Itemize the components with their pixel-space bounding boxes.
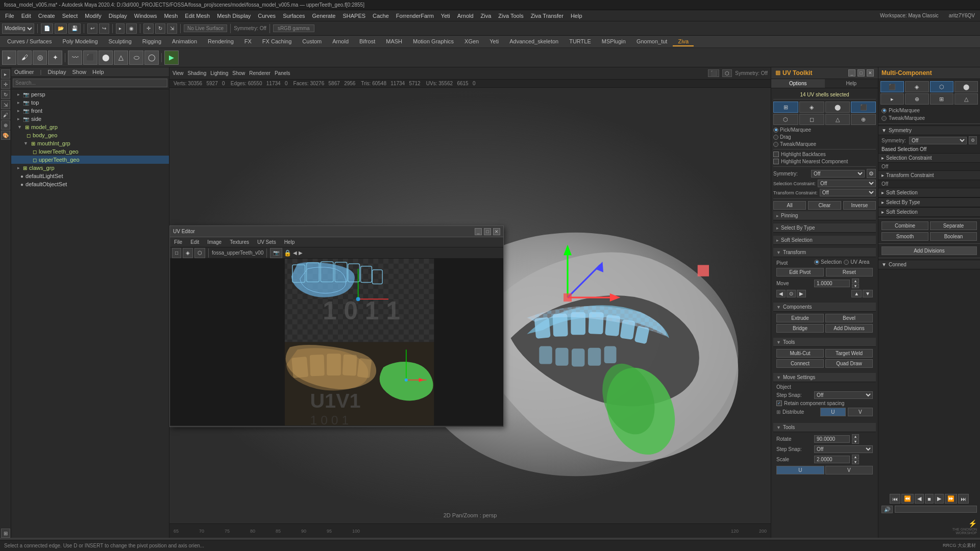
search-input[interactable]: [13, 79, 167, 87]
selection-pivot-radio[interactable]: Selection: [814, 259, 842, 265]
frp-symmetry-select[interactable]: Off: [909, 137, 967, 144]
stop-btn[interactable]: ■: [925, 494, 934, 504]
frp-combine-btn[interactable]: Combine: [881, 221, 928, 230]
menu-curves[interactable]: Curves: [255, 12, 279, 20]
frp-transform-constraint-header[interactable]: ▸ Transform Constraint: [878, 170, 980, 180]
render-icon[interactable]: 🎨: [1, 131, 10, 140]
sel-constraint-select[interactable]: Off: [818, 180, 876, 187]
viewport-icon-wire[interactable]: ⬡: [722, 69, 732, 77]
uv-menu-image[interactable]: Image: [205, 238, 224, 246]
tab-curves-surfaces[interactable]: Curves / Surfaces: [2, 37, 57, 46]
tree-item-model-grp[interactable]: ▼ ⊞ model_grp: [11, 123, 169, 131]
uv-mode3-btn[interactable]: ⬡: [194, 248, 205, 258]
tree-item-upper-teeth[interactable]: ◻ upperTeeth_geo: [11, 156, 169, 164]
menu-ziva-tools[interactable]: Ziva Tools: [495, 12, 526, 20]
select-by-type-header[interactable]: ▸ Select By Type: [773, 223, 876, 233]
menu-mesh[interactable]: Mesh: [161, 12, 181, 20]
move-up-btn[interactable]: ▲: [851, 290, 862, 297]
shelf-icon-sculpt[interactable]: ◎: [33, 51, 47, 65]
tab-poly-modeling[interactable]: Poly Modeling: [57, 37, 103, 46]
select-mode-2-btn[interactable]: ◻: [799, 114, 824, 125]
scale-v-btn[interactable]: V: [825, 466, 873, 474]
frp-conned-header[interactable]: ▼ Conned: [878, 260, 980, 269]
extrude-btn[interactable]: Extrude: [776, 314, 824, 322]
menu-yeti[interactable]: Yeti: [438, 12, 453, 20]
frp-soft-selection-header[interactable]: ▸ Soft Selection: [878, 188, 980, 197]
reset-pivot-btn[interactable]: Reset: [826, 268, 873, 277]
outliner-menu-display[interactable]: Display: [47, 69, 66, 75]
uv-menu-textures[interactable]: Textures: [228, 238, 251, 246]
menu-surfaces[interactable]: Surfaces: [280, 12, 308, 20]
goto-end-btn[interactable]: ⏭: [958, 494, 969, 504]
tab-mash[interactable]: MASH: [381, 37, 407, 46]
select-mode-1-btn[interactable]: ⬡: [773, 114, 798, 125]
tab-bifrost[interactable]: Bifrost: [354, 37, 380, 46]
menu-arnold[interactable]: Arnold: [454, 12, 477, 20]
move-input[interactable]: [814, 280, 850, 287]
step-fwd-btn[interactable]: ⏩: [945, 494, 957, 504]
tree-item-top[interactable]: ▸ 📷 top: [11, 98, 169, 107]
frp-icon-7[interactable]: ⊞: [930, 93, 953, 105]
goto-start-btn[interactable]: ⏮: [890, 494, 900, 504]
shelf-icon-box[interactable]: ⬛: [83, 51, 97, 65]
menu-shapes[interactable]: SHAPES: [339, 12, 369, 20]
uv-viewport[interactable]: 1 0 1 1: [170, 259, 503, 425]
connect-btn[interactable]: Connect: [776, 359, 824, 368]
target-weld-btn[interactable]: Target Weld: [825, 349, 873, 358]
tab-arnold[interactable]: Arnold: [327, 37, 354, 46]
rotate-btn[interactable]: ↻: [155, 23, 165, 34]
tab-fx[interactable]: FX: [239, 37, 257, 46]
tab-options[interactable]: Options: [771, 79, 825, 88]
pinning-header[interactable]: ▸ Pinning: [773, 211, 876, 220]
move-btn[interactable]: ✛: [143, 23, 154, 34]
frp-sym-settings[interactable]: ⚙: [969, 136, 977, 144]
tab-rendering[interactable]: Rendering: [203, 37, 239, 46]
components-header[interactable]: ▼ Components: [773, 303, 876, 312]
uv-select-mode-btn[interactable]: □: [172, 248, 181, 258]
move-right-btn[interactable]: ▶: [797, 290, 806, 297]
viewport-menu-panels[interactable]: Panels: [275, 70, 290, 76]
edit-pivot-btn[interactable]: Edit Pivot: [776, 268, 824, 277]
transform-constraint-select[interactable]: Off: [820, 189, 876, 196]
menu-forrenderFarm[interactable]: ForrenderFarm: [393, 12, 437, 20]
panel-minimize-btn[interactable]: _: [848, 69, 855, 77]
uv-menu-file[interactable]: File: [172, 238, 184, 246]
inverse-btn[interactable]: Inverse: [843, 201, 876, 210]
frp-add-divisions-btn[interactable]: Add Divisions: [881, 246, 977, 255]
scale-up-arrow[interactable]: ▲: [852, 455, 859, 459]
tree-item-mouthInt-grp[interactable]: ▼ ⊞ mouthInt_grp: [17, 139, 169, 147]
frp-icon-3[interactable]: ⬡: [930, 81, 953, 92]
tree-item-default-object-set[interactable]: ● defaultObjectSet: [11, 180, 169, 188]
shelf-icon-cylinder[interactable]: ⬭: [129, 51, 143, 65]
select-tool-icon[interactable]: ▸: [1, 69, 10, 79]
frp-icon-1[interactable]: ⬛: [880, 81, 904, 92]
new-file-btn[interactable]: 📄: [41, 23, 53, 34]
viewport-menu-show[interactable]: Show: [232, 70, 245, 76]
menu-ziva[interactable]: Ziva: [478, 12, 495, 20]
menu-display[interactable]: Display: [106, 12, 130, 20]
menu-modify[interactable]: Modify: [82, 12, 104, 20]
frp-select-by-type-header[interactable]: ▸ Select By Type: [878, 197, 980, 207]
tree-item-claws-grp[interactable]: ▸ ⊞ claws_grp: [11, 164, 169, 172]
rotate-up-arrow[interactable]: ▲: [852, 434, 859, 439]
shelf-icon-select[interactable]: ▸: [2, 51, 16, 65]
menu-edit-mesh[interactable]: Edit Mesh: [182, 12, 213, 20]
tab-sculpting[interactable]: Sculpting: [104, 37, 137, 46]
snap-icon[interactable]: ⊕: [1, 120, 10, 130]
viewport-3d[interactable]: UV Editor _ □ ✕ File Edit Image Textures…: [169, 88, 771, 523]
step-snap-select[interactable]: Off: [814, 391, 873, 399]
move-settings-header[interactable]: ▼ Move Settings: [773, 373, 876, 382]
viewport-icon-shading[interactable]: ⬛: [708, 69, 719, 77]
menu-help[interactable]: Help: [568, 12, 585, 20]
symmetry-select[interactable]: Off: [811, 170, 865, 178]
toggle-icon[interactable]: ⊞: [1, 529, 10, 538]
viewport-menu-lighting[interactable]: Lighting: [210, 70, 228, 76]
menu-create[interactable]: Create: [35, 12, 58, 20]
menu-edit[interactable]: Edit: [18, 12, 34, 20]
tree-item-default-light-set[interactable]: ● defaultLightSet: [11, 172, 169, 180]
redo-btn[interactable]: ↪: [99, 23, 109, 34]
scale-u-btn[interactable]: U: [776, 466, 824, 474]
retain-spacing-checkbox[interactable]: ✓: [776, 400, 782, 406]
multi-cut-btn[interactable]: Multi-Cut: [776, 349, 824, 358]
frp-sel-constraint-header[interactable]: ▸ Selection Constraint: [878, 153, 980, 163]
